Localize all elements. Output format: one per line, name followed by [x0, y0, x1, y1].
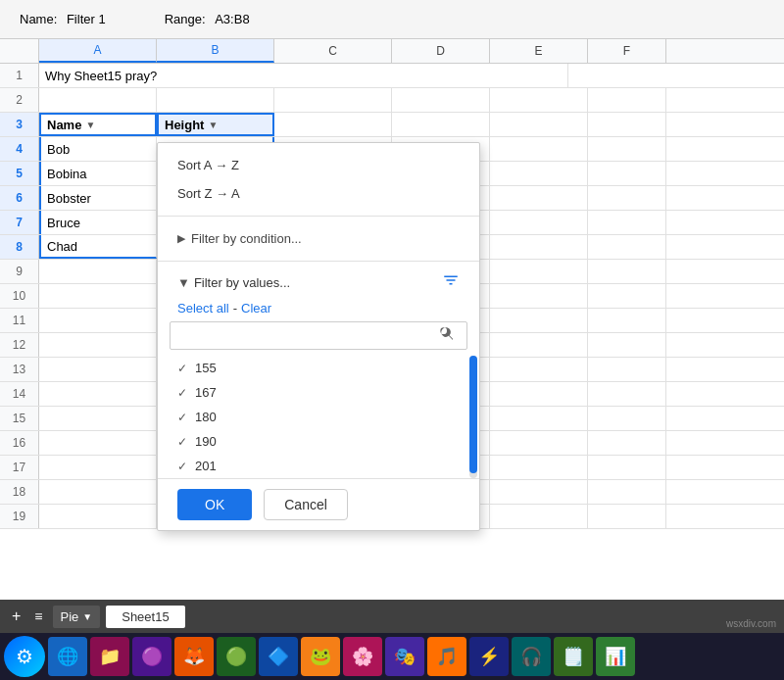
- grid-cell[interactable]: [39, 88, 157, 112]
- list-item[interactable]: ✓ 190: [158, 429, 479, 454]
- filter-by-condition-label: Filter by condition...: [191, 231, 302, 246]
- grid-cell[interactable]: Bobina: [39, 162, 157, 185]
- grid-cell[interactable]: [274, 88, 392, 112]
- corner-cell: [0, 39, 39, 63]
- sort-az-label: Sort A → Z: [177, 158, 239, 172]
- clear-link[interactable]: Clear: [241, 301, 271, 316]
- taskbar-icon-firefox[interactable]: 🦊: [174, 637, 214, 676]
- taskbar-icon-audio[interactable]: 🎧: [512, 637, 551, 676]
- list-item[interactable]: ✓ 155: [158, 356, 479, 380]
- cancel-button[interactable]: Cancel: [264, 489, 348, 520]
- col-header-a[interactable]: A: [39, 39, 157, 63]
- taskbar: ⚙ 🌐 📁 🟣 🦊 🟢 🔷 🐸 🌸 🎭 🎵: [0, 633, 784, 680]
- range-value: A3:B8: [215, 12, 249, 26]
- taskbar-icon-app1[interactable]: 🟣: [132, 637, 172, 676]
- col-header-f[interactable]: F: [588, 39, 666, 63]
- row-num: 11: [0, 309, 39, 332]
- grid-cell[interactable]: Bobster: [39, 186, 157, 210]
- grid-cell[interactable]: [588, 113, 666, 136]
- taskbar-icon-skype[interactable]: 🔷: [259, 637, 298, 676]
- grid-cell[interactable]: Chad: [39, 235, 157, 259]
- taskbar-icon-app5[interactable]: ⚡: [469, 637, 509, 676]
- taskbar-icon-vlc[interactable]: 🎵: [427, 637, 466, 676]
- taskbar-icon-notes[interactable]: 🗒️: [554, 637, 593, 676]
- grid-cell[interactable]: [588, 137, 666, 161]
- grid-cell[interactable]: Bob: [39, 137, 157, 161]
- filter-by-condition-item[interactable]: ▶ Filter by condition...: [158, 224, 479, 253]
- grid-cell[interactable]: [588, 162, 666, 185]
- list-item[interactable]: ✓ 180: [158, 405, 479, 429]
- search-box[interactable]: [170, 321, 467, 350]
- app2-icon: 🐸: [310, 646, 331, 667]
- sheet-tab-sheet15[interactable]: Sheet15: [106, 606, 184, 628]
- col-header-e[interactable]: E: [490, 39, 588, 63]
- select-all-link[interactable]: Select all: [177, 301, 229, 316]
- row-num: 7: [0, 211, 39, 234]
- taskbar-icon-app4[interactable]: 🎭: [385, 637, 424, 676]
- grid-cell[interactable]: [490, 88, 588, 112]
- grid-cell[interactable]: [274, 113, 392, 136]
- range-label: Range:: [165, 12, 206, 26]
- value-label: 167: [195, 385, 217, 400]
- vlc-icon: 🎵: [436, 646, 458, 667]
- sheets-icon: 📊: [605, 646, 626, 667]
- taskbar-icon-files[interactable]: 📁: [90, 637, 129, 676]
- filter-icon-active[interactable]: ▼: [208, 120, 218, 130]
- row-num: 2: [0, 88, 39, 112]
- grid-cell[interactable]: [490, 235, 588, 259]
- grid-cell[interactable]: Bruce: [39, 211, 157, 234]
- notes-icon: 🗒️: [563, 646, 584, 667]
- taskbar-icon-system[interactable]: ⚙: [4, 636, 45, 677]
- pie-chart-button[interactable]: Pie ▼: [53, 606, 101, 628]
- scrollbar-thumb[interactable]: [469, 356, 477, 473]
- funnel-icon[interactable]: [442, 271, 460, 293]
- taskbar-icon-sheets[interactable]: 📊: [596, 637, 635, 676]
- filter-icon[interactable]: ▼: [85, 120, 95, 130]
- scrollbar-track[interactable]: [469, 356, 477, 478]
- row-num: 1: [0, 64, 39, 87]
- grid-cell[interactable]: [490, 162, 588, 185]
- list-item[interactable]: ✓ 201: [158, 454, 479, 478]
- row-num: 6: [0, 186, 39, 210]
- value-label: 155: [195, 361, 217, 375]
- grid-cell[interactable]: [490, 186, 588, 210]
- header-name-cell[interactable]: Name ▼: [39, 113, 157, 136]
- search-input[interactable]: [182, 328, 439, 343]
- table-row: 1 Why Sheet15 pray?: [0, 64, 784, 88]
- ok-button[interactable]: OK: [177, 489, 252, 520]
- col-header-c[interactable]: C: [274, 39, 392, 63]
- grid-cell[interactable]: [588, 211, 666, 234]
- grid-cell[interactable]: [588, 186, 666, 210]
- grid-cell[interactable]: [392, 88, 490, 112]
- header-height-cell[interactable]: Height ▼: [157, 113, 274, 136]
- dash-separator: -: [233, 301, 237, 316]
- grid-cell[interactable]: [490, 113, 588, 136]
- taskbar-icon-app3[interactable]: 🌸: [343, 637, 382, 676]
- taskbar-icon-browser[interactable]: 🌐: [48, 637, 87, 676]
- add-sheet-button[interactable]: +: [8, 606, 24, 627]
- col-header-b[interactable]: B: [157, 39, 274, 63]
- checkmark-icon: ✓: [177, 411, 187, 424]
- range-info: Range: A3:B8: [165, 12, 250, 26]
- value-label: 201: [195, 459, 217, 473]
- sort-za-item[interactable]: Sort Z → A: [158, 179, 479, 208]
- row-num: 17: [0, 456, 39, 479]
- search-icon: [439, 326, 455, 345]
- list-item[interactable]: ✓ 167: [158, 380, 479, 405]
- grid-cell[interactable]: [392, 113, 490, 136]
- dropdown-buttons: OK Cancel: [158, 478, 479, 530]
- system-icon: ⚙: [16, 645, 33, 668]
- grid-cell[interactable]: [490, 137, 588, 161]
- grid-cell[interactable]: [157, 88, 274, 112]
- grid-cell[interactable]: [588, 235, 666, 259]
- grid-cell[interactable]: [588, 88, 666, 112]
- checkmark-icon: ✓: [177, 362, 187, 375]
- sort-az-item[interactable]: Sort A → Z: [158, 151, 479, 179]
- filter-name-info: Name: Filter 1: [20, 12, 106, 26]
- taskbar-icon-app2[interactable]: 🐸: [301, 637, 340, 676]
- merged-cell[interactable]: Why Sheet15 pray?: [39, 64, 568, 87]
- col-header-d[interactable]: D: [392, 39, 490, 63]
- taskbar-icon-steam[interactable]: 🟢: [217, 637, 256, 676]
- grid-cell[interactable]: [490, 211, 588, 234]
- sheet-list-button[interactable]: ≡: [30, 607, 46, 626]
